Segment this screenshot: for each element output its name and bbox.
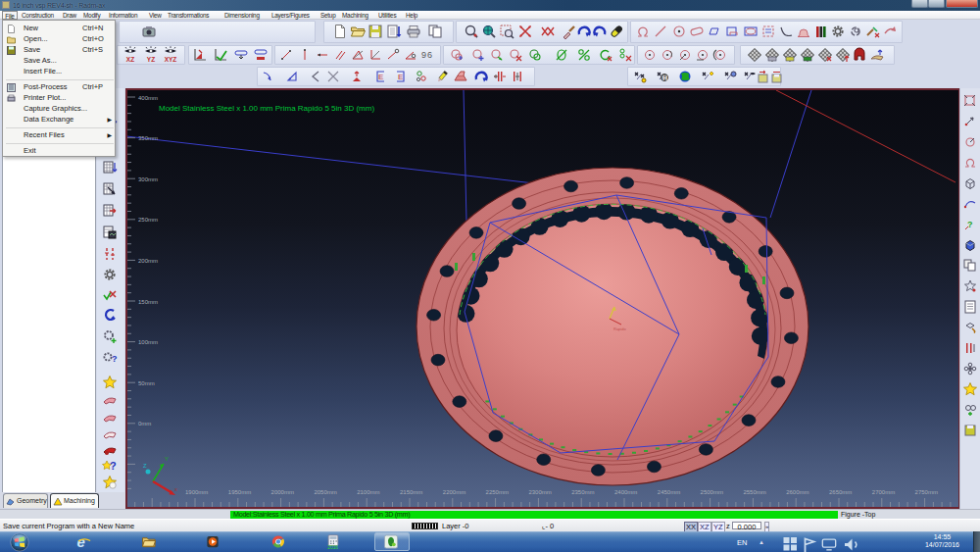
svg-text:2050mm: 2050mm — [314, 489, 336, 495]
svg-text:2400mm: 2400mm — [614, 489, 637, 495]
svg-text:350mm: 350mm — [138, 135, 158, 141]
svg-text:250mm: 250mm — [138, 217, 158, 223]
svg-text:Z: Z — [143, 463, 147, 469]
svg-text:2250mm: 2250mm — [486, 489, 509, 495]
svg-text:0mm: 0mm — [138, 421, 151, 427]
svg-text:H: H — [662, 75, 667, 81]
svg-text:Model Stainless Steel x 1.00 m: Model Stainless Steel x 1.00 mm Prima Ra… — [159, 104, 374, 113]
svg-text:6: 6 — [427, 50, 432, 60]
svg-text:2750mm: 2750mm — [915, 489, 938, 495]
svg-text:2650mm: 2650mm — [829, 489, 852, 495]
svg-text:?: ? — [967, 220, 973, 229]
svg-text:100mm: 100mm — [138, 339, 158, 345]
svg-text:2600mm: 2600mm — [786, 489, 808, 495]
svg-text:?: ? — [112, 354, 118, 364]
svg-text:Y: Y — [165, 456, 169, 462]
svg-text:e: e — [77, 534, 85, 549]
svg-text:150mm: 150mm — [138, 299, 158, 305]
svg-text:E: E — [378, 73, 383, 81]
svg-text:E: E — [398, 73, 403, 81]
svg-text:200mm: 200mm — [138, 258, 158, 264]
svg-text:400mm: 400mm — [138, 95, 158, 101]
svg-text:x: x — [174, 486, 177, 492]
svg-text:300mm: 300mm — [138, 176, 158, 182]
svg-text:50mm: 50mm — [138, 380, 155, 386]
svg-text:2000mm: 2000mm — [271, 489, 294, 495]
svg-text:YZ: YZ — [147, 56, 155, 63]
svg-text:?: ? — [110, 460, 117, 472]
svg-text:1950mm: 1950mm — [228, 489, 251, 495]
svg-text:2100mm: 2100mm — [357, 489, 379, 495]
svg-text:2300mm: 2300mm — [528, 489, 551, 495]
svg-text:2500mm: 2500mm — [701, 489, 723, 495]
svg-text:2550mm: 2550mm — [743, 489, 765, 495]
svg-text:1900mm: 1900mm — [185, 489, 208, 495]
svg-text:2350mm: 2350mm — [571, 489, 594, 495]
svg-text:Rapido: Rapido — [613, 326, 626, 331]
svg-text:2700mm: 2700mm — [872, 489, 895, 495]
svg-text:XYZ: XYZ — [165, 56, 177, 63]
svg-text:2200mm: 2200mm — [443, 489, 466, 495]
svg-text:2016: 2016 — [327, 545, 338, 549]
svg-text:XZ: XZ — [126, 56, 134, 63]
svg-text:9: 9 — [421, 50, 426, 60]
svg-text:2450mm: 2450mm — [658, 489, 680, 495]
svg-text:2150mm: 2150mm — [400, 489, 422, 495]
